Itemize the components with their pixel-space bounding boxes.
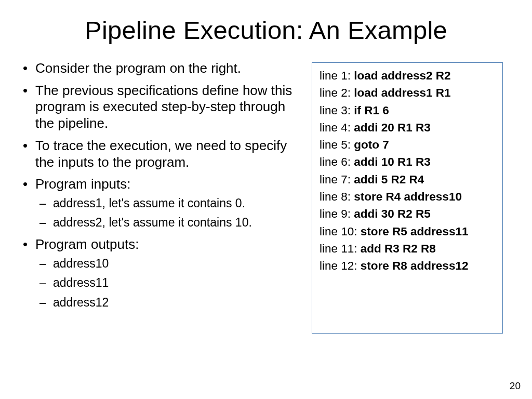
bullet-list: Consider the program on the right. The p…: [21, 60, 301, 310]
line-prefix: line 2:: [320, 86, 354, 99]
sub-bullet-item: address1, let's assume it contains 0.: [53, 196, 301, 211]
sub-bullet-list: address1, let's assume it contains 0. ad…: [35, 196, 301, 231]
bullet-item-label: Program inputs:: [35, 176, 131, 192]
line-prefix: line 11:: [320, 242, 361, 255]
line-code: addi 10 R1 R3: [354, 155, 431, 168]
line-prefix: line 3:: [320, 104, 354, 117]
line-prefix: line 10:: [320, 225, 361, 238]
slide-body: Consider the program on the right. The p…: [0, 45, 532, 334]
line-prefix: line 1:: [320, 69, 354, 82]
code-line: line 8: store R4 address10: [320, 188, 496, 205]
sub-bullet-item: address11: [53, 275, 301, 290]
slide: Pipeline Execution: An Example Consider …: [0, 0, 532, 399]
bullet-item: Program inputs: address1, let's assume i…: [35, 176, 301, 231]
code-line: line 2: load address1 R1: [320, 84, 496, 101]
code-line: line 1: load address2 R2: [320, 67, 496, 84]
line-prefix: line 4:: [320, 121, 354, 134]
code-line: line 10: store R5 address11: [320, 223, 496, 240]
page-number: 20: [510, 380, 521, 392]
line-code: goto 7: [354, 138, 389, 151]
line-code: store R4 address10: [354, 190, 462, 203]
line-prefix: line 8:: [320, 190, 354, 203]
line-code: load address1 R1: [354, 86, 450, 99]
sub-bullet-item: address10: [53, 256, 301, 271]
code-line: line 4: addi 20 R1 R3: [320, 119, 496, 136]
code-line: line 5: goto 7: [320, 136, 496, 153]
line-code: addi 20 R1 R3: [354, 121, 431, 134]
sub-bullet-item: address12: [53, 295, 301, 310]
bullet-item: To trace the execution, we need to speci…: [35, 138, 301, 170]
line-prefix: line 7:: [320, 173, 354, 186]
code-line: line 7: addi 5 R2 R4: [320, 171, 496, 188]
code-line: line 12: store R8 address12: [320, 257, 496, 274]
line-prefix: line 6:: [320, 155, 354, 168]
bullet-item: The previous specifications define how t…: [35, 83, 301, 132]
code-column: line 1: load address2 R2 line 2: load ad…: [312, 60, 503, 334]
line-code: store R8 address12: [361, 259, 469, 272]
line-prefix: line 5:: [320, 138, 354, 151]
line-code: addi 30 R2 R5: [354, 207, 431, 220]
line-code: addi 5 R2 R4: [354, 173, 424, 186]
code-line: line 9: addi 30 R2 R5: [320, 205, 496, 222]
line-code: load address2 R2: [354, 69, 450, 82]
bullet-column: Consider the program on the right. The p…: [21, 60, 301, 334]
bullet-item-label: Program outputs:: [35, 236, 139, 252]
sub-bullet-list: address10 address11 address12: [35, 256, 301, 310]
bullet-item: Program outputs: address10 address11 add…: [35, 236, 301, 310]
slide-title: Pipeline Execution: An Example: [0, 0, 532, 45]
code-line: line 6: addi 10 R1 R3: [320, 153, 496, 170]
bullet-item: Consider the program on the right.: [35, 60, 301, 77]
sub-bullet-item: address2, let's assume it contains 10.: [53, 215, 301, 230]
line-prefix: line 12:: [320, 259, 361, 272]
line-prefix: line 9:: [320, 207, 354, 220]
line-code: add R3 R2 R8: [361, 242, 436, 255]
code-line: line 11: add R3 R2 R8: [320, 240, 496, 257]
code-line: line 3: if R1 6: [320, 102, 496, 119]
line-code: if R1 6: [354, 104, 389, 117]
program-listing: line 1: load address2 R2 line 2: load ad…: [312, 62, 503, 334]
line-code: store R5 address11: [361, 225, 469, 238]
